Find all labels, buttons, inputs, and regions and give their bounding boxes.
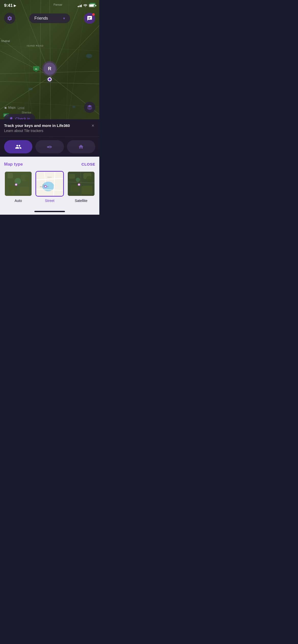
svg-line-1 xyxy=(0,81,99,84)
tile-tracker-icon xyxy=(47,144,52,150)
navigation-tabs xyxy=(0,137,99,157)
map-thumbnail-auto xyxy=(4,171,32,197)
svg-text:World Dr: World Dr xyxy=(48,177,52,178)
map-type-header: Map type CLOSE xyxy=(4,162,95,167)
home-indicator-bar xyxy=(34,211,65,212)
svg-point-18 xyxy=(29,88,33,90)
tile-banner-title: Track your keys and more in Life360 xyxy=(4,123,90,128)
svg-point-17 xyxy=(86,54,92,58)
svg-point-26 xyxy=(11,190,15,194)
places-icon xyxy=(78,144,84,150)
sherisa-label: Sherisa xyxy=(22,111,31,114)
top-controls: Friends ▾ xyxy=(0,13,99,24)
user-avatar-outer: R xyxy=(42,61,57,76)
status-time: 9:41 ▶ xyxy=(4,3,16,8)
svg-point-47 xyxy=(76,178,80,182)
legal-link[interactable]: Legal xyxy=(18,106,24,109)
route-badge-41: 41 xyxy=(33,66,39,72)
svg-point-27 xyxy=(15,178,21,184)
tab-tile[interactable] xyxy=(35,140,64,153)
bottom-drawer: Track your keys and more in Life360 Lear… xyxy=(0,119,99,215)
svg-rect-21 xyxy=(8,173,13,178)
map-type-satellite[interactable]: Satellite xyxy=(67,171,95,203)
svg-rect-45 xyxy=(82,186,92,194)
tile-banner: Track your keys and more in Life360 Lear… xyxy=(0,119,99,137)
map-label-hhatral: hhatral xyxy=(1,39,10,42)
user-location-marker: R xyxy=(42,61,57,81)
map-layers-button[interactable] xyxy=(84,102,95,113)
map-type-title: Map type xyxy=(4,162,23,167)
settings-gear-icon xyxy=(7,16,12,21)
friends-dropdown-label: Friends xyxy=(34,16,48,21)
map-type-street-label: Street xyxy=(45,199,54,203)
map-type-section: Map type CLOSE xyxy=(0,157,99,209)
tile-banner-content: Track your keys and more in Life360 Lear… xyxy=(4,123,90,133)
apple-icon xyxy=(4,106,7,109)
home-indicator-area xyxy=(0,209,99,215)
map-type-auto[interactable]: Auto xyxy=(4,171,32,203)
svg-point-25 xyxy=(25,176,30,181)
svg-point-46 xyxy=(86,176,92,182)
people-icon xyxy=(15,143,22,150)
wifi-icon xyxy=(83,4,87,8)
layers-icon xyxy=(87,105,92,110)
chevron-down-icon: ▾ xyxy=(63,16,65,20)
map-type-auto-label: Auto xyxy=(15,199,22,203)
location-arrow-icon: ▶ xyxy=(14,4,16,7)
tab-places[interactable] xyxy=(67,140,95,153)
battery-icon xyxy=(89,4,95,7)
battery-fill xyxy=(89,5,94,7)
svg-line-11 xyxy=(0,46,99,51)
user-location-pin xyxy=(48,77,52,81)
tile-banner-close-button[interactable]: × xyxy=(90,123,95,128)
status-icons xyxy=(78,4,96,8)
map-label-island-road: ISAND ROAD xyxy=(27,45,44,47)
map-type-close-button[interactable]: CLOSE xyxy=(82,162,95,166)
map-thumbnail-satellite xyxy=(67,171,95,197)
map-type-street[interactable]: Magic Kingdom Park World Dr Street xyxy=(35,171,64,203)
apple-maps-label: Maps xyxy=(8,106,16,109)
svg-point-40 xyxy=(45,186,46,187)
messages-notification-badge xyxy=(92,13,95,16)
messages-button[interactable] xyxy=(84,13,95,24)
svg-point-19 xyxy=(72,106,75,108)
tile-banner-subtitle: Learn about Tile trackers xyxy=(4,129,90,133)
svg-rect-24 xyxy=(20,186,29,194)
map-type-satellite-label: Satellite xyxy=(75,199,87,203)
user-avatar-inner: R xyxy=(44,63,56,75)
svg-point-51 xyxy=(78,184,80,185)
map-type-options: Auto xyxy=(4,171,95,203)
messages-icon xyxy=(87,16,92,21)
svg-rect-42 xyxy=(69,174,75,179)
friends-dropdown[interactable]: Friends ▾ xyxy=(29,13,70,23)
svg-point-29 xyxy=(15,184,17,185)
map-attribution: Maps Legal xyxy=(4,106,24,109)
settings-button[interactable] xyxy=(4,13,15,24)
signal-bars xyxy=(78,4,82,7)
tab-people[interactable] xyxy=(4,140,32,153)
svg-line-5 xyxy=(51,25,99,76)
status-bar: 9:41 ▶ xyxy=(0,0,99,11)
map-thumbnail-street: Magic Kingdom Park World Dr xyxy=(35,171,64,197)
